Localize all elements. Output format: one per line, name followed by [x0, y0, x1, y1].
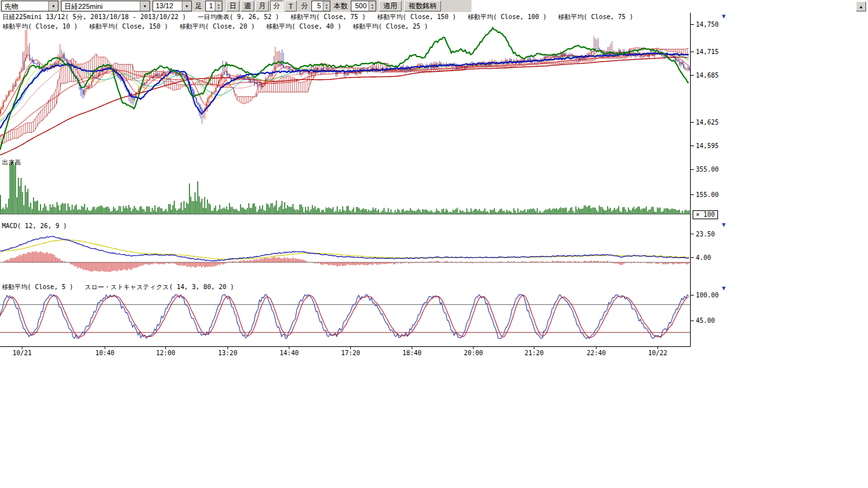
- bar-count-value: 1: [206, 1, 215, 11]
- svg-text:155.00: 155.00: [696, 191, 719, 198]
- bar-type-label: 足: [194, 1, 203, 11]
- contract-month-select[interactable]: 13/12 ▼: [153, 1, 192, 11]
- period-button-週[interactable]: 週: [241, 1, 254, 11]
- svg-text:23.50: 23.50: [696, 231, 715, 238]
- svg-text:355.00: 355.00: [696, 166, 719, 173]
- svg-text:18:40: 18:40: [402, 349, 421, 356]
- stoch-pane-dropdown-icon[interactable]: ▼: [721, 285, 727, 292]
- trading-chart-app: 先物 ▼ 日経225mini ▼ 13/12 ▼ 足 1 ▲ ▼ 日週月分T 分…: [0, 0, 868, 488]
- chevron-down-icon[interactable]: ▼: [48, 1, 58, 11]
- svg-text:22:40: 22:40: [587, 349, 606, 356]
- period-button-group: 日週月分T: [226, 1, 297, 11]
- svg-text:14,595: 14,595: [696, 142, 719, 149]
- chevron-down-icon[interactable]: ▼: [182, 1, 191, 11]
- macd-pane-dropdown-icon[interactable]: ▼: [721, 222, 727, 228]
- spinner-arrows-icon[interactable]: ▲ ▼: [369, 1, 376, 11]
- svg-text:14:40: 14:40: [280, 349, 299, 356]
- contract-month-value: 13/12: [153, 1, 182, 11]
- minute-spinner[interactable]: 5 ▲ ▼: [311, 1, 330, 11]
- svg-text:17:20: 17:20: [341, 349, 360, 356]
- svg-text:21:20: 21:20: [525, 349, 544, 356]
- minute-label: 分: [301, 1, 309, 11]
- category-value: 先物: [2, 1, 48, 11]
- svg-text:14,715: 14,715: [696, 48, 719, 55]
- toolbar: 先物 ▼ 日経225mini ▼ 13/12 ▼ 足 1 ▲ ▼ 日週月分T 分…: [0, 0, 471, 12]
- svg-text:13:20: 13:20: [218, 349, 237, 356]
- scrollbar-up-button[interactable]: ▲: [856, 1, 866, 11]
- period-button-T[interactable]: T: [285, 1, 297, 11]
- bars-label: 本数: [333, 1, 348, 11]
- svg-text:14,625: 14,625: [696, 119, 719, 126]
- svg-text:20:00: 20:00: [464, 349, 483, 356]
- chevron-down-glyph: ▼: [51, 4, 55, 8]
- macd-pane-label: MACD( 12, 26, 9 ): [2, 222, 67, 229]
- svg-text:10/21: 10/21: [13, 349, 32, 356]
- spinner-arrows-icon[interactable]: ▲ ▼: [215, 1, 222, 11]
- minute-value: 5: [312, 1, 323, 11]
- symbol-value: 日経225mini: [62, 1, 140, 11]
- price-pane-dropdown-icon[interactable]: ▼: [721, 13, 727, 20]
- svg-text:12:00: 12:00: [156, 349, 175, 356]
- symbol-select[interactable]: 日経225mini ▼: [61, 1, 150, 11]
- category-select[interactable]: 先物 ▼: [1, 1, 58, 11]
- svg-text:4.00: 4.00: [696, 254, 711, 261]
- up-arrow-icon: ▲: [859, 4, 864, 9]
- svg-text:14,750: 14,750: [696, 21, 719, 28]
- chevron-down-icon[interactable]: ▼: [140, 1, 149, 11]
- spinner-arrows-icon[interactable]: ▲ ▼: [323, 1, 330, 11]
- apply-button[interactable]: 適用: [379, 1, 402, 11]
- spinner-down-icon: ▼: [371, 6, 374, 10]
- bar-count-spinner[interactable]: 1 ▲ ▼: [205, 1, 222, 11]
- chevron-down-glyph: ▼: [143, 4, 147, 8]
- svg-text:14,685: 14,685: [696, 72, 719, 79]
- volume-pane-label: 出来高: [2, 159, 21, 166]
- chart-indicators-line2: 移動平均( Close, 10 ) 移動平均( Close, 150 ) 移動平…: [3, 23, 428, 30]
- chevron-down-glyph: ▼: [185, 4, 189, 8]
- period-button-日[interactable]: 日: [226, 1, 240, 11]
- spinner-down-icon: ▼: [217, 6, 220, 10]
- svg-text:45.00: 45.00: [696, 317, 715, 324]
- bars-count-spinner[interactable]: 500 ▲ ▼: [351, 1, 376, 11]
- period-button-月[interactable]: 月: [255, 1, 269, 11]
- svg-text:10:40: 10:40: [95, 349, 114, 356]
- chart-title-indicators-line1: 日経225mini 13/12( 5分, 2013/10/18 - 2013/1…: [3, 13, 634, 20]
- stochastics-pane-label: 移動平均( Close, 5 ) スロー・ストキャスティクス( 14, 3, 8…: [2, 283, 234, 290]
- svg-text:100.00: 100.00: [696, 292, 719, 299]
- period-button-分[interactable]: 分: [270, 1, 283, 11]
- volume-multiplier-badge: × 100: [693, 210, 718, 219]
- bars-count-value: 500: [351, 1, 369, 11]
- multi-symbol-button[interactable]: 複数銘柄: [404, 1, 441, 11]
- chart-canvas: 10/2110:4012:0013:2014:4017:2018:4020:00…: [0, 0, 868, 381]
- spinner-down-icon: ▼: [325, 6, 328, 10]
- svg-text:10/22: 10/22: [648, 349, 667, 356]
